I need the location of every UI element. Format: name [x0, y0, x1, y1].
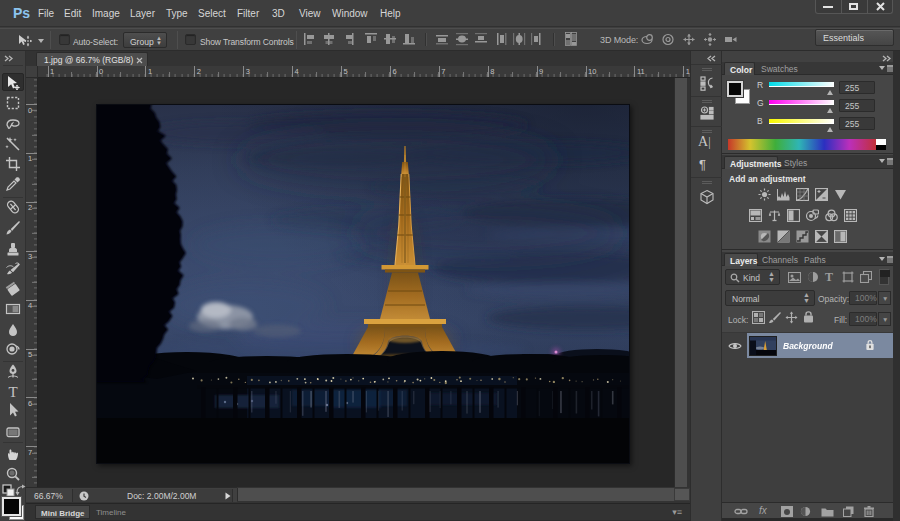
- svg-text:T: T: [8, 384, 17, 400]
